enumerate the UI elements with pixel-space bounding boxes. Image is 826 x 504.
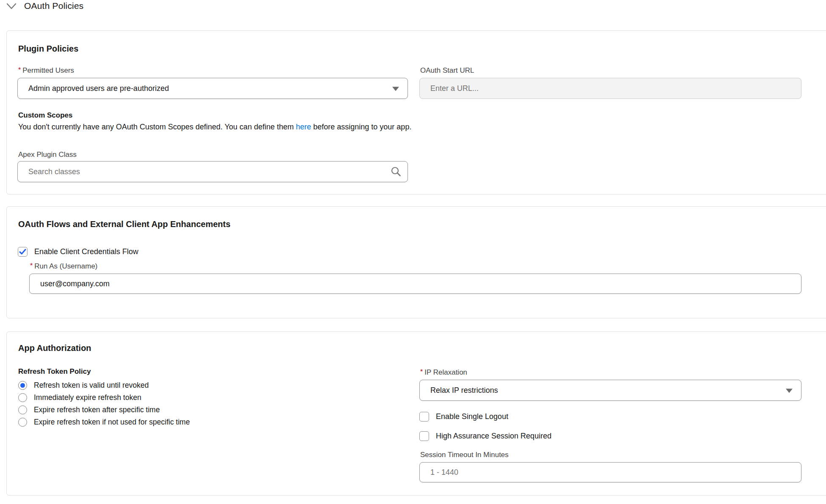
oauth-flows-heading: OAuth Flows and External Client App Enha… <box>18 219 231 229</box>
permitted-users-value: Admin approved users are pre-authorized <box>28 84 169 93</box>
run-as-input[interactable] <box>40 279 780 288</box>
radio-row-expire-after-time: Expire refresh token after specific time <box>18 404 190 416</box>
dropdown-arrow-icon <box>392 87 399 91</box>
radio-label: Immediately expire refresh token <box>34 393 141 402</box>
app-authorization-card: App Authorization Refresh Token Policy R… <box>6 331 826 496</box>
custom-scopes-text-after: before assigning to your app. <box>311 123 411 131</box>
checkmark-icon <box>19 249 26 255</box>
ip-relaxation-label: *IP Relaxation <box>420 368 467 377</box>
permitted-users-label: *Permitted Users <box>18 66 74 75</box>
plugin-policies-card: Plugin Policies *Permitted Users Admin a… <box>6 30 826 194</box>
enable-single-logout-row: Enable Single Logout <box>419 412 508 422</box>
session-timeout-input[interactable] <box>430 468 780 477</box>
enable-client-credentials-label: Enable Client Credentials Flow <box>34 247 138 256</box>
session-timeout-label: Session Timeout In Minutes <box>420 451 509 459</box>
custom-scopes-heading: Custom Scopes <box>18 111 72 120</box>
radio-expire-if-not-used[interactable] <box>18 418 27 427</box>
required-asterisk: * <box>420 368 423 375</box>
apex-plugin-class-label: Apex Plugin Class <box>18 151 77 159</box>
refresh-token-policy-radio-group: Refresh token is valid until revoked Imm… <box>18 379 190 428</box>
run-as-field <box>29 274 801 294</box>
refresh-token-policy-label: Refresh Token Policy <box>18 367 91 376</box>
permitted-users-select[interactable]: Admin approved users are pre-authorized <box>17 78 408 99</box>
oauth-start-url-label: OAuth Start URL <box>420 66 474 75</box>
apex-plugin-class-field <box>17 161 408 182</box>
oauth-flows-card: OAuth Flows and External Client App Enha… <box>6 206 826 318</box>
custom-scopes-text-before: You don't currently have any OAuth Custo… <box>18 123 296 131</box>
custom-scopes-text: You don't currently have any OAuth Custo… <box>18 123 411 131</box>
radio-label: Expire refresh token after specific time <box>34 405 160 414</box>
page-title: OAuth Policies <box>24 1 84 11</box>
enable-single-logout-checkbox[interactable] <box>419 412 429 422</box>
chevron-down-icon <box>6 1 17 11</box>
required-asterisk: * <box>30 262 33 269</box>
section-header[interactable]: OAuth Policies <box>6 1 84 11</box>
oauth-start-url-input[interactable] <box>430 84 780 93</box>
radio-label: Refresh token is valid until revoked <box>34 381 149 390</box>
session-timeout-field <box>419 462 801 482</box>
define-here-link[interactable]: here <box>296 123 311 131</box>
radio-expire-after-time[interactable] <box>18 405 27 414</box>
enable-single-logout-label: Enable Single Logout <box>436 412 508 421</box>
required-asterisk: * <box>18 66 21 74</box>
radio-row-valid-until-revoked: Refresh token is valid until revoked <box>18 379 190 392</box>
radio-row-expire-if-not-used: Expire refresh token if not used for spe… <box>18 416 190 428</box>
enable-client-credentials-row: Enable Client Credentials Flow <box>18 247 138 257</box>
radio-row-immediately-expire: Immediately expire refresh token <box>18 392 190 404</box>
run-as-label: *Run As (Username) <box>30 262 98 271</box>
oauth-start-url-field <box>419 78 801 99</box>
app-authorization-heading: App Authorization <box>18 343 91 353</box>
radio-immediately-expire[interactable] <box>18 393 27 402</box>
enable-client-credentials-checkbox[interactable] <box>18 247 28 257</box>
oauth-policies-page: OAuth Policies Plugin Policies *Permitte… <box>0 0 826 504</box>
radio-label: Expire refresh token if not used for spe… <box>34 418 190 427</box>
high-assurance-row: High Assurance Session Required <box>419 431 551 441</box>
radio-valid-until-revoked[interactable] <box>18 381 27 390</box>
ip-relaxation-select[interactable]: Relax IP restrictions <box>419 380 801 401</box>
apex-plugin-class-search-input[interactable] <box>28 167 386 176</box>
high-assurance-label: High Assurance Session Required <box>436 432 551 441</box>
search-icon <box>390 166 402 178</box>
high-assurance-checkbox[interactable] <box>419 431 429 441</box>
plugin-policies-heading: Plugin Policies <box>18 44 78 54</box>
ip-relaxation-value: Relax IP restrictions <box>430 386 498 395</box>
dropdown-arrow-icon <box>786 389 793 393</box>
